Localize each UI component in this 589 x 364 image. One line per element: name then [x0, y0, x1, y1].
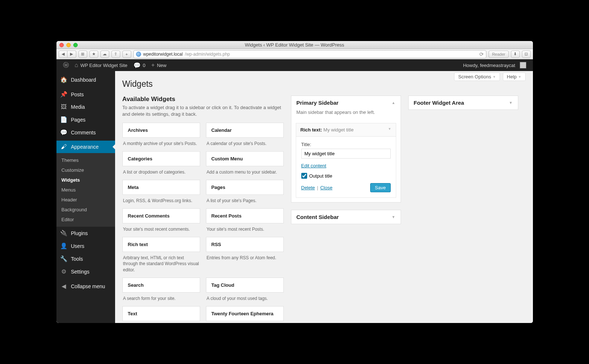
content-sidebar-box: Content Sidebar ▼ [291, 210, 401, 224]
primary-sidebar-toggle[interactable]: Primary Sidebar ▲ [291, 96, 401, 109]
submenu-editor[interactable]: Editor [56, 215, 115, 224]
media-icon: 🖼 [60, 104, 67, 110]
comments-icon: 💬 [60, 129, 67, 136]
share-button[interactable]: ⇪ [111, 51, 120, 58]
widget-handle[interactable]: Recent Posts [206, 208, 284, 223]
comments-menu[interactable]: 💬0 [130, 59, 148, 71]
dashboard-icon: 🏠 [60, 76, 67, 83]
mac-titlebar: Widgets ‹ WP Editor Widget Site — WordPr… [56, 41, 533, 49]
widget-handle[interactable]: Custom Menu [206, 151, 284, 166]
content-sidebar-toggle[interactable]: Content Sidebar ▼ [291, 210, 401, 224]
widget-handle[interactable]: Twenty Fourteen Ephemera [206, 306, 284, 321]
collapse-icon: ◀ [60, 283, 67, 290]
title-label: Title: [301, 142, 391, 147]
widget-handle[interactable]: RSS [206, 237, 284, 252]
available-widget: Rich textArbitrary text, HTML or rich te… [122, 237, 200, 273]
output-title-label: Output title [309, 173, 332, 179]
wp-logo-menu[interactable]: ⓦ [60, 59, 72, 71]
chevron-down-icon: ▼ [493, 75, 496, 79]
users-icon: 👤 [60, 242, 67, 249]
menu-comments[interactable]: 💬Comments [56, 126, 115, 139]
widget-handle[interactable]: Meta [122, 180, 200, 195]
close-link[interactable]: Close [320, 185, 332, 190]
submenu-widgets[interactable]: Widgets [56, 175, 115, 185]
submenu-background[interactable]: Background [56, 205, 115, 215]
forward-button[interactable]: ▶ [67, 51, 76, 58]
footer-widget-area-toggle[interactable]: Footer Widget Area ▼ [409, 96, 518, 109]
back-button[interactable]: ◀ [59, 51, 67, 58]
available-widget: TextArbitrary text or HTML. [122, 306, 200, 323]
widget-handle[interactable]: Text [122, 306, 200, 321]
menu-tools[interactable]: 🔧Tools [56, 252, 115, 265]
output-title-checkbox[interactable] [301, 173, 307, 179]
menu-appearance[interactable]: 🖌Appearance [56, 141, 115, 153]
widget-description: A list of your site's Pages. [206, 195, 284, 204]
globe-icon [136, 52, 141, 57]
submenu-header[interactable]: Header [56, 195, 115, 205]
chevron-up-icon: ▲ [392, 101, 395, 105]
avatar [520, 62, 526, 68]
menu-plugins[interactable]: 🔌Plugins [56, 227, 115, 239]
widget-handle[interactable]: Recent Comments [122, 208, 200, 223]
available-widget: RSSEntries from any RSS or Atom feed. [206, 237, 284, 273]
minimize-window-button[interactable] [66, 43, 71, 47]
submenu-menus[interactable]: Menus [56, 185, 115, 195]
widget-handle[interactable]: Tag Cloud [206, 278, 284, 293]
available-widget: MetaLogin, RSS, & WordPress.org links. [122, 180, 200, 204]
menu-media[interactable]: 🖼Media [56, 101, 115, 113]
content-area: Screen Options ▼ Help ▼ Widgets Availabl… [115, 71, 533, 323]
menu-posts[interactable]: 📌Posts [56, 88, 115, 101]
bookmarks-button[interactable]: ★ [89, 51, 98, 58]
available-widget: SearchA search form for your site. [122, 278, 200, 302]
save-button[interactable]: Save [370, 183, 391, 192]
widget-title-input[interactable] [301, 149, 391, 159]
close-window-button[interactable] [59, 43, 64, 47]
my-account-menu[interactable]: Howdy, feedmeastraycat [460, 59, 529, 71]
primary-sidebar-desc: Main sidebar that appears on the left. [291, 109, 401, 119]
menu-dashboard[interactable]: 🏠Dashboard [56, 73, 115, 86]
window-title: Widgets ‹ WP Editor Widget Site — WordPr… [245, 42, 344, 48]
available-widgets-desc: To activate a widget drag it to a sideba… [122, 104, 284, 118]
widget-handle[interactable]: Pages [206, 180, 284, 195]
chevron-down-icon: ▼ [388, 127, 391, 133]
posts-icon: 📌 [60, 91, 67, 98]
url-host: wpeditorwidget.local [143, 52, 183, 57]
submenu-customize[interactable]: Customize [56, 165, 115, 175]
help-button[interactable]: Help ▼ [503, 73, 526, 81]
widget-description: A monthly archive of your site's Posts. [122, 138, 200, 147]
zoom-window-button[interactable] [73, 43, 78, 47]
widget-description: Your site's most recent comments. [122, 223, 200, 233]
edit-content-link[interactable]: Edit content [301, 163, 327, 168]
widget-handle[interactable]: Search [122, 278, 200, 293]
submenu-themes[interactable]: Themes [56, 155, 115, 165]
pages-icon: 📄 [60, 116, 67, 123]
tools-icon: 🔧 [60, 255, 67, 262]
widget-handle[interactable]: Archives [122, 123, 200, 138]
reload-icon[interactable]: ⟳ [479, 51, 484, 57]
show-all-tabs-button[interactable]: ⊞ [78, 51, 87, 58]
delete-link[interactable]: Delete [301, 185, 315, 190]
menu-users[interactable]: 👤Users [56, 239, 115, 252]
new-tab-button[interactable]: + [122, 51, 131, 58]
address-bar[interactable]: wpeditorwidget.local/wp-admin/widgets.ph… [133, 50, 487, 58]
chevron-down-icon: ▼ [518, 75, 522, 79]
screen-options-button[interactable]: Screen Options ▼ [454, 73, 500, 81]
menu-settings[interactable]: ⚙Settings [56, 265, 115, 278]
widget-handle[interactable]: Calendar [206, 123, 284, 138]
icloud-button[interactable]: ☁ [100, 51, 109, 58]
menu-pages[interactable]: 📄Pages [56, 113, 115, 126]
widget-description: A calendar of your site's Posts. [206, 138, 284, 147]
tabs-button[interactable]: ⊡ [522, 51, 531, 58]
url-path: /wp-admin/widgets.php [185, 52, 230, 57]
widget-instance-toggle[interactable]: Rich text: My widget title ▼ [296, 123, 396, 137]
new-content-menu[interactable]: +New [148, 59, 169, 71]
collapse-menu[interactable]: ◀Collapse menu [56, 280, 115, 293]
reader-button[interactable]: Reader [489, 51, 508, 58]
downloads-button[interactable]: ⬇ [511, 51, 520, 58]
site-name-menu[interactable]: ⌂WP Editor Widget Site [72, 59, 130, 71]
appearance-icon: 🖌 [60, 144, 67, 150]
widget-description: Use this widget to list your recent [206, 321, 284, 323]
chevron-down-icon: ▼ [509, 101, 513, 105]
widget-handle[interactable]: Categories [122, 151, 200, 166]
widget-handle[interactable]: Rich text [122, 237, 200, 252]
